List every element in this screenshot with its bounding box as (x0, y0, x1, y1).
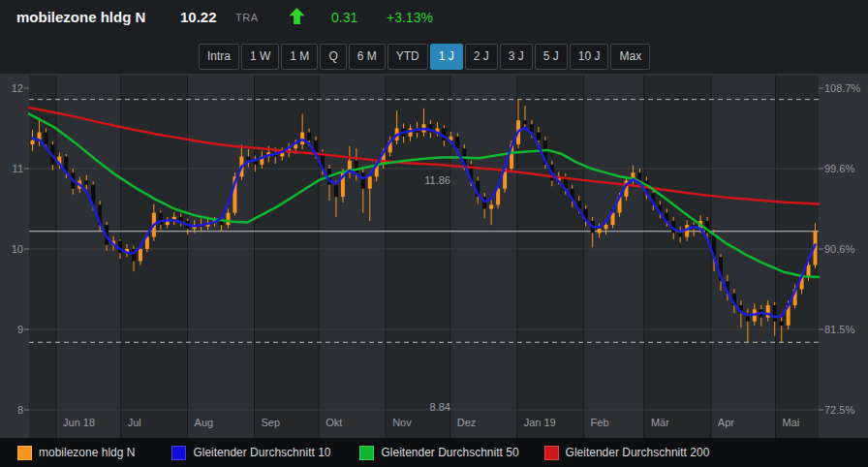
up-arrow-icon (289, 8, 305, 24)
period-button-intra[interactable]: Intra (199, 44, 239, 70)
period-button-6m[interactable]: 6 M (349, 44, 386, 70)
month-band (450, 76, 517, 438)
legend-item-ma50[interactable]: Gleitender Durchschnitt 50 (359, 446, 518, 460)
header-bar: mobilezone hldg N 10.22 TRA 0.31 +3.13% … (0, 0, 868, 74)
period-button-q[interactable]: Q (320, 44, 346, 70)
month-label: Apr (718, 417, 734, 428)
legend-item-price[interactable]: mobilezone hldg N (17, 446, 135, 460)
month-label: Mai (783, 417, 800, 428)
month-label: Mär (651, 417, 669, 428)
month-label: Nov (392, 417, 412, 428)
candle (334, 185, 338, 197)
month-label: Jul (128, 417, 141, 428)
month-band (188, 76, 255, 438)
y-axis-right-label: 81.5% (824, 324, 854, 335)
instrument-title: mobilezone hldg N (16, 9, 145, 25)
period-button-2j[interactable]: 2 J (465, 44, 498, 70)
month-band (29, 76, 56, 438)
candle (44, 133, 47, 144)
y-axis-right-label: 99.6% (824, 163, 854, 174)
month-label: Dez (457, 417, 477, 428)
y-axis-left-label: 9 (17, 324, 23, 335)
candle (84, 180, 88, 184)
candle (537, 133, 541, 140)
ma10-swatch-icon (171, 446, 186, 460)
ma200-swatch-icon (544, 446, 559, 460)
period-button-5j[interactable]: 5 J (535, 44, 568, 70)
period-button-10j[interactable]: 10 J (570, 44, 609, 70)
period-low-label: 8.84 (408, 401, 450, 413)
y-axis-left-label: 12 (12, 82, 23, 94)
change-absolute: 0.31 (331, 10, 357, 25)
month-band (56, 76, 121, 438)
candle (773, 305, 777, 322)
candle (368, 176, 372, 188)
candle (685, 225, 689, 236)
month-label: Sep (262, 417, 281, 428)
candle (455, 137, 459, 148)
period-selector: Intra 1 W 1 M Q 6 M YTD 1 J 2 J 3 J 5 J … (199, 44, 652, 70)
y-axis-right-label: 90.6% (824, 243, 854, 255)
candle (604, 225, 608, 229)
month-label: Okt (326, 417, 342, 428)
y-axis-right-label: 108.7% (824, 82, 861, 94)
y-axis-left-label: 8 (17, 404, 23, 416)
y-axis-left-label: 10 (12, 243, 23, 255)
candle (598, 229, 602, 233)
period-button-1j[interactable]: 1 J (430, 44, 463, 70)
price-chart[interactable]: 12108.7%1199.6%1090.6%981.5%872.5%Jun 18… (0, 74, 868, 438)
candle (226, 213, 230, 225)
period-button-1m[interactable]: 1 M (281, 44, 318, 70)
candle (523, 120, 527, 124)
month-label: Jan 19 (524, 417, 556, 428)
period-button-ytd[interactable]: YTD (388, 44, 428, 70)
month-band (319, 76, 386, 438)
legend-item-ma10[interactable]: Gleitender Durchschnitt 10 (171, 446, 330, 460)
period-button-3j[interactable]: 3 J (500, 44, 533, 70)
y-axis-left-label: 11 (13, 163, 23, 174)
candle (307, 133, 311, 140)
period-button-max[interactable]: Max (610, 44, 650, 70)
month-band (776, 76, 819, 438)
candle (30, 140, 34, 144)
last-price: 10.22 (180, 9, 217, 25)
month-band (584, 76, 644, 438)
exchange-badge: TRA (235, 12, 259, 23)
stock-chart-widget: mobilezone hldg N 10.22 TRA 0.31 +3.13% … (0, 0, 868, 467)
candle (361, 172, 365, 189)
candle (489, 204, 493, 208)
chart-canvas[interactable]: 12108.7%1199.6%1090.6%981.5%872.5%Jun 18… (0, 74, 868, 438)
month-label: Aug (195, 417, 214, 428)
y-axis-right-label: 72.5% (824, 404, 854, 416)
period-button-1w[interactable]: 1 W (241, 44, 279, 70)
ma50-swatch-icon (359, 446, 374, 460)
month-label: Feb (591, 417, 609, 428)
period-high-label: 11.86 (408, 174, 450, 186)
chart-legend: mobilezone hldg N Gleitender Durchschnit… (0, 438, 868, 467)
candle (139, 249, 142, 261)
price-series-swatch-icon (17, 446, 32, 460)
candle (678, 233, 682, 236)
candle (637, 172, 641, 180)
legend-item-ma200[interactable]: Gleitender Durchschnitt 200 (544, 446, 710, 460)
candle (780, 322, 784, 326)
month-band (644, 76, 711, 438)
month-label: Jun 18 (63, 417, 95, 428)
candle (300, 133, 304, 144)
change-percent: +3.13% (387, 10, 433, 25)
candle (179, 217, 183, 221)
